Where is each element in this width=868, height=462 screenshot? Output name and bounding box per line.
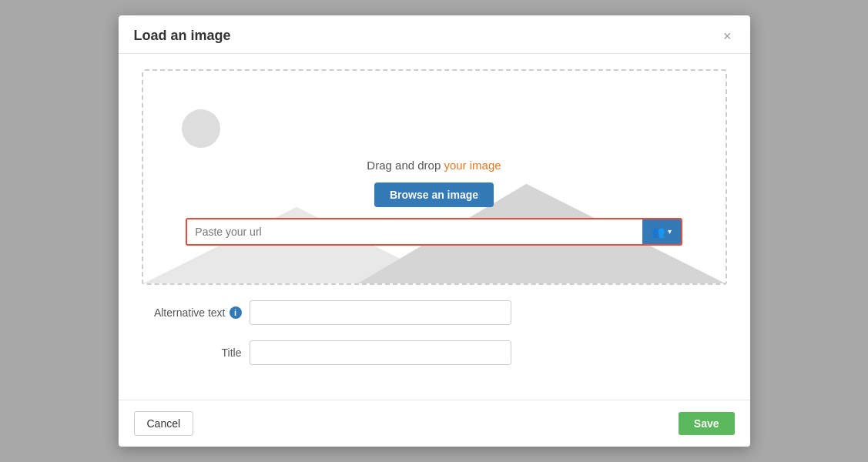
url-input[interactable] <box>187 219 642 244</box>
modal-body: Drag and drop your image Browse an image… <box>119 54 750 400</box>
drop-zone[interactable]: Drag and drop your image Browse an image… <box>142 69 727 285</box>
users-icon: 👥 <box>652 226 665 238</box>
info-icon[interactable]: i <box>230 306 242 319</box>
url-social-button[interactable]: 👥 ▾ <box>642 219 681 244</box>
alt-text-label-text: Alternative text <box>154 306 226 319</box>
drag-drop-text: Drag and drop your image <box>367 159 501 172</box>
alt-text-label: Alternative text i <box>142 306 242 319</box>
cancel-button[interactable]: Cancel <box>134 411 194 436</box>
close-button[interactable]: × <box>720 29 735 43</box>
title-label: Title <box>142 346 242 359</box>
image-placeholder-icon <box>182 109 220 148</box>
title-input[interactable] <box>250 340 511 365</box>
modal-header: Load an image × <box>119 15 750 54</box>
alt-text-input[interactable] <box>250 300 511 325</box>
modal-dialog: Load an image × Drag and drop your image <box>119 15 750 447</box>
drop-zone-content: Drag and drop your image Browse an image… <box>143 94 726 261</box>
drag-text-static: Drag and drop <box>367 159 444 172</box>
title-label-text: Title <box>222 346 242 359</box>
alt-text-row: Alternative text i <box>142 300 727 325</box>
title-row: Title <box>142 340 727 365</box>
chevron-down-icon: ▾ <box>668 227 672 236</box>
save-button[interactable]: Save <box>679 412 735 435</box>
modal-footer: Cancel Save <box>119 400 750 447</box>
browse-image-button[interactable]: Browse an image <box>374 182 494 207</box>
modal-overlay: Load an image × Drag and drop your image <box>0 0 868 462</box>
url-input-row: 👥 ▾ <box>186 218 682 246</box>
modal-title: Load an image <box>134 28 231 44</box>
drag-text-highlight: your image <box>444 159 501 172</box>
